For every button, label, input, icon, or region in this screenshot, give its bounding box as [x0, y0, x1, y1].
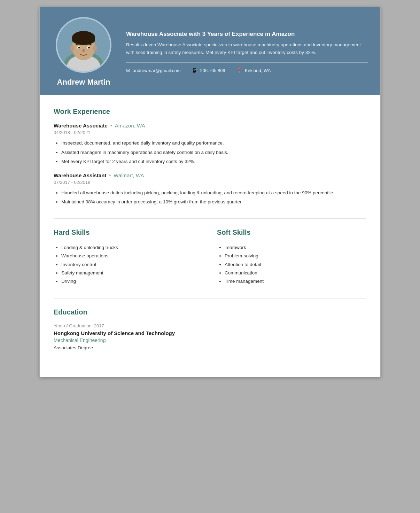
- job-2: Warehouse Assistant • Walmart, WA 07/201…: [54, 172, 366, 206]
- work-experience-title: Work Experience: [54, 108, 366, 116]
- education-title: Education: [54, 308, 366, 316]
- hard-skill-4: Safety management: [61, 269, 203, 277]
- job-1-dates: 04/2018 - 02/2021: [54, 130, 366, 135]
- header-info: Warehouse Associate with 3 Years of Expe…: [126, 31, 368, 73]
- phone-value: 206.765.869: [200, 68, 225, 73]
- svg-point-12: [88, 47, 90, 49]
- job-2-bullet-1: Handled all warehouse duties including p…: [61, 189, 366, 197]
- svg-point-11: [78, 47, 80, 49]
- hard-skills-title: Hard Skills: [54, 228, 203, 236]
- svg-point-6: [72, 35, 95, 45]
- soft-skills-list: Teamwork Problem-solving Attention to de…: [217, 243, 366, 286]
- header-title: Warehouse Associate with 3 Years of Expe…: [126, 31, 368, 38]
- header-summary: Results-driven Warehouse Associate speci…: [126, 41, 368, 56]
- job-2-company: Walmart, WA: [114, 172, 144, 178]
- hard-skills-col: Hard Skills Loading & unloading trucks W…: [54, 228, 203, 286]
- hard-skill-3: Inventory control: [61, 261, 203, 269]
- header-contact: ✉ andrewmar@gmail.com 📱 206.765.869 📍 Ki…: [126, 68, 368, 73]
- job-1-title: Warehouse Associate: [54, 123, 108, 129]
- edu-school: Hongkong University of Science and Techn…: [54, 330, 366, 336]
- work-experience-section: Work Experience Warehouse Associate • Am…: [54, 108, 366, 206]
- resume-wrapper: Andrew Martin Warehouse Associate with 3…: [39, 7, 381, 377]
- soft-skills-col: Soft Skills Teamwork Problem-solving Att…: [217, 228, 366, 286]
- education-divider: [54, 298, 366, 298]
- skills-divider: [54, 218, 366, 219]
- hard-skills-list: Loading & unloading trucks Warehouse ope…: [54, 243, 203, 286]
- avatar: [56, 17, 111, 73]
- soft-skill-1: Teamwork: [225, 243, 366, 252]
- hard-skill-1: Loading & unloading trucks: [61, 243, 203, 252]
- soft-skill-4: Communication: [225, 269, 366, 277]
- avatar-column: Andrew Martin: [52, 17, 115, 87]
- contact-phone: 📱 206.765.869: [192, 68, 225, 73]
- candidate-name: Andrew Martin: [57, 78, 110, 87]
- resume-body: Work Experience Warehouse Associate • Am…: [40, 95, 380, 377]
- header-divider: [126, 62, 368, 63]
- job-2-header: Warehouse Assistant • Walmart, WA: [54, 172, 366, 178]
- job-1-dot: •: [110, 123, 112, 129]
- job-1-bullets: Inspected, documented, and reported dail…: [54, 139, 366, 165]
- job-2-bullets: Handled all warehouse duties including p…: [54, 189, 366, 206]
- location-value: Kirkland, WA: [245, 68, 271, 73]
- svg-point-13: [82, 49, 85, 52]
- soft-skill-5: Time management: [225, 277, 366, 286]
- contact-location: 📍 Kirkland, WA: [236, 68, 271, 73]
- job-2-bullet-2: Maintained 98% accuracy in order process…: [61, 198, 366, 206]
- job-1-bullet-1: Inspected, documented, and reported dail…: [61, 139, 366, 147]
- email-icon: ✉: [126, 68, 130, 73]
- contact-email: ✉ andrewmar@gmail.com: [126, 68, 180, 73]
- job-1-bullet-2: Assisted managers in machinery operation…: [61, 149, 366, 156]
- soft-skill-2: Problem-solving: [225, 252, 366, 260]
- job-2-title: Warehouse Assistant: [54, 172, 106, 178]
- hard-skill-2: Warehouse operations: [61, 252, 203, 260]
- svg-point-8: [93, 45, 97, 51]
- email-value: andrewmar@gmail.com: [133, 68, 180, 73]
- edu-major: Mechanical Engineering: [54, 337, 366, 343]
- job-1-company: Amazon, WA: [115, 123, 145, 129]
- resume-header: Andrew Martin Warehouse Associate with 3…: [40, 7, 380, 95]
- job-2-dot: •: [109, 172, 111, 178]
- job-1-bullet-3: Met every KPI target for 2 years and cut…: [61, 158, 366, 165]
- location-icon: 📍: [236, 68, 242, 73]
- skills-section: Hard Skills Loading & unloading trucks W…: [54, 228, 366, 286]
- edu-year: Year of Graduation: 2017: [54, 323, 366, 328]
- job-2-dates: 07/2017 - 02/2018: [54, 180, 366, 185]
- svg-point-7: [70, 45, 74, 51]
- soft-skill-3: Attention to detail: [225, 261, 366, 269]
- job-1-header: Warehouse Associate • Amazon, WA: [54, 123, 366, 129]
- education-section: Education Year of Graduation: 2017 Hongk…: [54, 308, 366, 350]
- phone-icon: 📱: [192, 68, 197, 73]
- edu-degree: Associates Degree: [54, 345, 366, 350]
- soft-skills-title: Soft Skills: [217, 228, 366, 236]
- hard-skill-5: Driving: [61, 277, 203, 286]
- job-1: Warehouse Associate • Amazon, WA 04/2018…: [54, 123, 366, 165]
